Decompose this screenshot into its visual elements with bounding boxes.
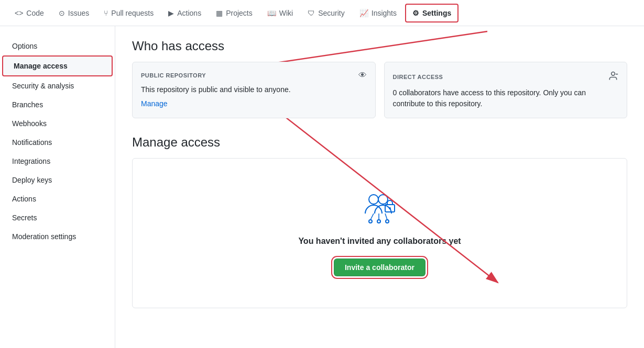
nav-actions[interactable]: ▶ Actions (162, 5, 208, 21)
actions-icon: ▶ (168, 9, 174, 17)
nav-issues[interactable]: ⊙ Issues (52, 5, 95, 21)
collaborators-box: You haven't invited any collaborators ye… (132, 158, 627, 308)
svg-line-12 (370, 214, 374, 220)
nav-pull-requests[interactable]: ⑂ Pull requests (97, 5, 160, 21)
who-has-access-title: Who has access (132, 39, 627, 53)
public-card-text: This repository is public and visible to… (141, 84, 367, 95)
nav-insights[interactable]: 📈 Insights (353, 5, 403, 21)
direct-card-text: 0 collaborators have access to this repo… (393, 87, 619, 109)
collaborators-icon (359, 190, 401, 228)
person-icon (608, 71, 618, 83)
svg-point-6 (378, 195, 388, 204)
manage-link[interactable]: Manage (141, 99, 168, 108)
sidebar-item-moderation[interactable]: Moderation settings (0, 227, 115, 246)
svg-point-11 (386, 220, 389, 223)
direct-card-header: DIRECT ACCESS (393, 71, 619, 83)
sidebar-item-secrets[interactable]: Secrets (0, 208, 115, 227)
nav-wiki[interactable]: 📖 Wiki (261, 5, 299, 21)
security-icon: 🛡 (308, 9, 315, 17)
settings-icon: ⚙ (412, 9, 419, 17)
svg-point-8 (389, 207, 391, 209)
invite-collaborator-button[interactable]: Invite a collaborator (334, 259, 425, 276)
no-collaborators-text: You haven't invited any collaborators ye… (298, 237, 461, 246)
manage-access-section: Manage access (132, 135, 627, 308)
wiki-icon: 📖 (267, 9, 276, 17)
sidebar-item-actions[interactable]: Actions (0, 189, 115, 208)
svg-line-14 (385, 214, 387, 220)
page-layout: Options Manage access Security & analysi… (0, 26, 644, 348)
nav-projects[interactable]: ▦ Projects (210, 5, 259, 21)
eye-icon: 👁 (358, 71, 367, 80)
sidebar-item-deploy-keys[interactable]: Deploy keys (0, 171, 115, 189)
projects-icon: ▦ (216, 9, 223, 17)
nav-security[interactable]: 🛡 Security (301, 5, 351, 21)
issues-icon: ⊙ (59, 9, 65, 17)
insights-icon: 📈 (359, 9, 368, 17)
sidebar-item-security-analysis[interactable]: Security & analysis (0, 76, 115, 95)
svg-point-9 (369, 220, 372, 223)
code-icon: <> (15, 9, 23, 17)
public-repo-card: PUBLIC REPOSITORY 👁 This repository is p… (132, 62, 376, 118)
direct-access-card: DIRECT ACCESS 0 collaborators have acces… (384, 62, 628, 118)
main-content: Who has access PUBLIC REPOSITORY 👁 This … (115, 26, 644, 348)
nav-settings[interactable]: ⚙ Settings (405, 4, 459, 23)
access-cards: PUBLIC REPOSITORY 👁 This repository is p… (132, 62, 627, 118)
sidebar-item-branches[interactable]: Branches (0, 95, 115, 114)
sidebar: Options Manage access Security & analysi… (0, 26, 115, 348)
pr-icon: ⑂ (104, 9, 108, 17)
svg-point-5 (369, 195, 378, 204)
svg-point-3 (612, 72, 615, 76)
top-nav: <> Code ⊙ Issues ⑂ Pull requests ▶ Actio… (0, 0, 644, 26)
sidebar-item-webhooks[interactable]: Webhooks (0, 114, 115, 133)
nav-code[interactable]: <> Code (8, 5, 50, 21)
svg-point-10 (377, 220, 380, 223)
sidebar-item-options[interactable]: Options (0, 37, 115, 55)
sidebar-item-notifications[interactable]: Notifications (0, 133, 115, 152)
manage-access-title: Manage access (132, 135, 627, 150)
sidebar-item-integrations[interactable]: Integrations (0, 152, 115, 171)
direct-card-label: DIRECT ACCESS (393, 74, 443, 80)
sidebar-item-manage-access[interactable]: Manage access (2, 55, 113, 76)
public-card-header: PUBLIC REPOSITORY 👁 (141, 71, 367, 80)
public-card-label: PUBLIC REPOSITORY (141, 72, 206, 78)
